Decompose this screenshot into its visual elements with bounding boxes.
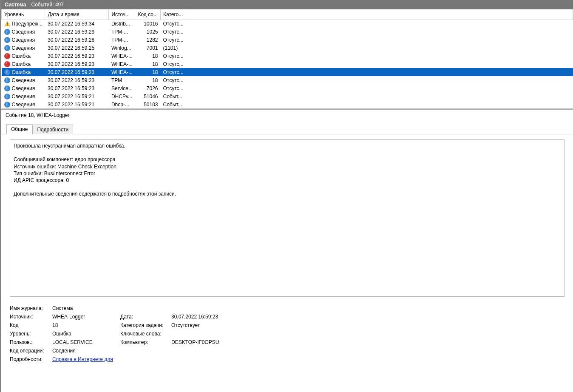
cell-datetime: 30.07.2022 16:59:23 xyxy=(45,60,109,68)
cell-code: 18 xyxy=(135,60,161,68)
cell-code: 10016 xyxy=(135,20,161,28)
error-icon: ! xyxy=(4,61,10,67)
level-text: Ошибка xyxy=(12,61,31,67)
prop-opcode-label: Код операции: xyxy=(10,348,48,354)
cell-datetime: 30.07.2022 16:59:23 xyxy=(45,52,109,60)
table-row[interactable]: iСведения30.07.2022 16:59:25Winlog...700… xyxy=(2,44,573,52)
table-header-row: Уровень Дата и время Источ... Код со... … xyxy=(2,9,573,20)
info-icon: i xyxy=(4,94,10,99)
cell-source: WHEA-... xyxy=(109,60,135,68)
cell-source: Winlog... xyxy=(109,44,135,52)
prop-moreinfo-value: Справка в Интернете для xyxy=(52,356,116,362)
cell-category: Отсутс... xyxy=(161,20,186,28)
svg-rect-1 xyxy=(7,23,7,24)
col-level[interactable]: Уровень xyxy=(2,9,45,20)
cell-source: Dhcp-... xyxy=(109,100,135,108)
cell-datetime: 30.07.2022 16:59:29 xyxy=(45,28,109,36)
cell-category: Отсутс... xyxy=(161,68,186,76)
col-code[interactable]: Код со... xyxy=(135,9,161,20)
info-icon: i xyxy=(4,45,10,51)
info-icon: i xyxy=(4,69,10,75)
cell-datetime: 30.07.2022 16:59:23 xyxy=(45,76,109,84)
level-text: Сведения xyxy=(12,29,35,35)
cell-code: 50103 xyxy=(135,100,161,108)
table-row[interactable]: Предупреж...30.07.2022 16:59:34Distrib..… xyxy=(2,20,573,28)
cell-source: Service... xyxy=(109,84,135,92)
cell-code: 1282 xyxy=(135,36,161,44)
table-row[interactable]: iСведения30.07.2022 16:59:21Dhcp-...5010… xyxy=(2,100,573,108)
event-properties: Имя журнала: Система Источник: WHEA-Logg… xyxy=(10,302,564,362)
level-text: Сведения xyxy=(12,85,35,91)
svg-rect-2 xyxy=(7,25,7,25)
table-row[interactable]: iСведения30.07.2022 16:59:23TPM18Отсутс.… xyxy=(2,76,573,84)
col-spacer xyxy=(186,9,573,20)
prop-date-value: 30.07.2022 16:59:23 xyxy=(171,314,564,320)
table-row[interactable]: iСведения30.07.2022 16:59:21DHCPv...5104… xyxy=(2,92,573,100)
prop-moreinfo-label: Подробности: xyxy=(10,356,48,362)
table-row[interactable]: iСведения30.07.2022 16:59:28TPM-...1282О… xyxy=(2,36,573,44)
cell-source: TPM-... xyxy=(109,28,135,36)
prop-computer-label: Компьютер: xyxy=(120,339,167,345)
info-icon: i xyxy=(4,102,10,108)
cell-code: 51046 xyxy=(135,92,161,100)
event-table: Уровень Дата и время Источ... Код со... … xyxy=(1,9,573,108)
events-count: Событий: 497 xyxy=(31,2,64,8)
level-text: Ошибка xyxy=(12,69,31,75)
warning-icon xyxy=(4,21,10,27)
col-category[interactable]: Катего... xyxy=(161,9,186,20)
prop-source-label: Источник: xyxy=(10,314,48,320)
info-icon: i xyxy=(4,29,10,35)
cell-source: Distrib... xyxy=(109,20,135,28)
error-icon: ! xyxy=(4,53,10,59)
cell-source: TPM xyxy=(109,76,135,84)
tab-details[interactable]: Подробности xyxy=(32,125,73,134)
cell-category: Событ... xyxy=(161,92,186,100)
prop-code-label: Код xyxy=(10,322,48,328)
table-row[interactable]: !Ошибка30.07.2022 16:59:23WHEA-...18Отсу… xyxy=(2,60,573,68)
level-text: Сведения xyxy=(12,102,35,108)
cell-datetime: 30.07.2022 16:59:21 xyxy=(45,100,109,108)
cell-code: 1025 xyxy=(135,28,161,36)
cell-category: Событ... xyxy=(161,100,186,108)
cell-source: TPM-... xyxy=(109,36,135,44)
cell-category: Отсутс... xyxy=(161,76,186,84)
cell-code: 18 xyxy=(135,76,161,84)
level-text: Сведения xyxy=(12,77,35,83)
cell-code: 18 xyxy=(135,68,161,76)
cell-datetime: 30.07.2022 16:59:25 xyxy=(45,44,109,52)
level-text: Сведения xyxy=(12,37,35,43)
prop-keywords-label: Ключевые слова: xyxy=(120,331,167,337)
tab-general[interactable]: Общие xyxy=(6,124,32,134)
col-datetime[interactable]: Дата и время xyxy=(45,9,109,20)
level-text: Ошибка xyxy=(12,53,31,59)
cell-datetime: 30.07.2022 16:59:23 xyxy=(45,68,109,76)
detail-body: Произошла неустранимая аппаратная ошибка… xyxy=(1,134,573,392)
table-row[interactable]: iОшибка30.07.2022 16:59:23WHEA-...18Отсу… xyxy=(2,68,573,76)
event-list: Уровень Дата и время Источ... Код со... … xyxy=(1,9,573,109)
online-help-link[interactable]: Справка в Интернете для xyxy=(52,356,113,362)
prop-date-label: Дата: xyxy=(120,314,167,320)
prop-opcode-value: Сведения xyxy=(52,348,116,354)
prop-source-value: WHEA-Logger xyxy=(52,314,116,320)
prop-computer-value: DESKTOP-IF0OPSU xyxy=(171,339,564,345)
titlebar: Система Событий: 497 xyxy=(1,0,573,9)
event-message[interactable]: Произошла неустранимая аппаратная ошибка… xyxy=(10,139,564,297)
level-text: Сведения xyxy=(12,94,35,99)
col-source[interactable]: Источ... xyxy=(109,9,135,20)
cell-category: Отсутс... xyxy=(161,52,186,60)
detail-tabs: Общие Подробности xyxy=(1,121,573,134)
cell-source: WHEA-... xyxy=(109,52,135,60)
table-row[interactable]: iСведения30.07.2022 16:59:29TPM-...1025О… xyxy=(2,28,573,36)
prop-level-value: Ошибка xyxy=(52,331,116,337)
info-icon: i xyxy=(4,77,10,83)
prop-log-label: Имя журнала: xyxy=(10,305,48,311)
cell-category: Отсутс... xyxy=(161,28,186,36)
cell-datetime: 30.07.2022 16:59:21 xyxy=(45,92,109,100)
table-row[interactable]: !Ошибка30.07.2022 16:59:23WHEA-...18Отсу… xyxy=(2,52,573,60)
table-row[interactable]: iСведения30.07.2022 16:59:23Service...70… xyxy=(2,84,573,92)
prop-taskcat-label: Категория задачи: xyxy=(120,322,167,328)
prop-level-label: Уровень: xyxy=(10,331,48,337)
detail-pane: Событие 18, WHEA-Logger Общие Подробност… xyxy=(1,109,573,392)
prop-code-value: 18 xyxy=(52,322,116,328)
info-icon: i xyxy=(4,85,10,91)
